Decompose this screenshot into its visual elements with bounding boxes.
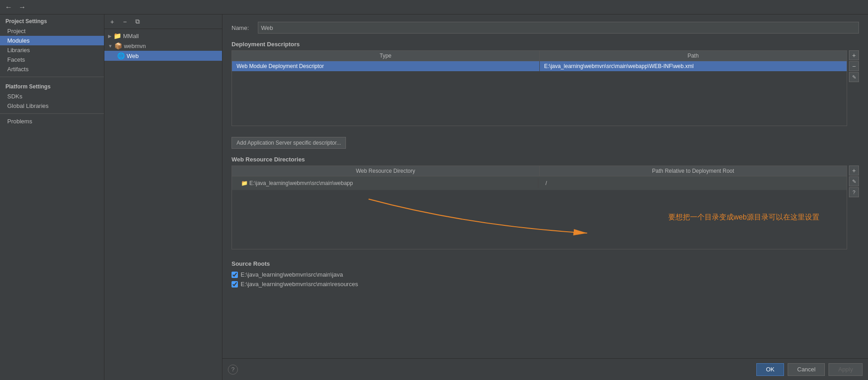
wrd-edit-btn[interactable]: ✎ bbox=[849, 176, 859, 186]
back-button[interactable]: ← bbox=[4, 2, 14, 12]
wrd-cell-path-0: / bbox=[541, 178, 843, 188]
deployment-descriptors-section: Type Path Web Module Deployment Descript… bbox=[232, 50, 859, 131]
tree-label-web: Web bbox=[127, 53, 139, 59]
dd-empty-space bbox=[232, 71, 847, 126]
wrd-help-btn[interactable]: ? bbox=[849, 187, 859, 197]
module-icon-webmvn: 📦 bbox=[114, 42, 122, 49]
dd-add-btn[interactable]: + bbox=[849, 50, 859, 60]
sidebar-divider-1 bbox=[0, 77, 104, 77]
wrd-add-btn[interactable]: + bbox=[849, 166, 859, 175]
ok-button[interactable]: OK bbox=[756, 363, 784, 376]
tree-item-webmvn[interactable]: ▼ 📦 webmvn bbox=[104, 41, 222, 51]
source-root-label-1: E:\java_learning\webmvn\src\main\resourc… bbox=[241, 281, 358, 287]
source-root-checkbox-1[interactable] bbox=[232, 281, 238, 287]
content-area: Name: Deployment Descriptors Type Path W… bbox=[222, 15, 868, 380]
folder-icon-mmall: 📁 bbox=[113, 32, 121, 39]
tree-label-webmvn: webmvn bbox=[124, 43, 146, 49]
dd-remove-btn[interactable]: − bbox=[849, 61, 859, 71]
wrd-col-dir: Web Resource Directory bbox=[232, 166, 540, 176]
sidebar-item-global-libraries[interactable]: Global Libraries bbox=[0, 101, 104, 111]
help-button[interactable]: ? bbox=[228, 365, 238, 375]
source-root-label-0: E:\java_learning\webmvn\src\main\java bbox=[241, 271, 343, 278]
cancel-button[interactable]: Cancel bbox=[788, 363, 825, 376]
bottom-left: ? bbox=[228, 365, 238, 375]
wrd-table-header: Web Resource Directory Path Relative to … bbox=[232, 166, 847, 176]
tree-arrow-mmall: ▶ bbox=[108, 34, 112, 39]
dd-cell-path-0: E:\java_learning\webmvn\src\main\webapp\… bbox=[540, 61, 847, 71]
source-root-row-1: E:\java_learning\webmvn\src\main\resourc… bbox=[232, 279, 859, 289]
sidebar-divider-2 bbox=[0, 113, 104, 114]
dd-table: Type Path Web Module Deployment Descript… bbox=[232, 50, 847, 126]
dd-col-path: Path bbox=[540, 51, 847, 61]
name-row: Name: bbox=[232, 22, 859, 34]
wrd-dir-label: E:\java_learning\webmvn\src\main\webapp bbox=[249, 180, 353, 186]
main-layout: Project Settings Project Modules Librari… bbox=[0, 15, 868, 380]
sidebar-item-problems[interactable]: Problems bbox=[0, 117, 104, 126]
tree-item-web[interactable]: 🌐 Web bbox=[104, 51, 222, 61]
web-resource-directories-title: Web Resource Directories bbox=[232, 156, 859, 163]
wrd-cell-dir-0: 📁 E:\java_learning\webmvn\src\main\webap… bbox=[237, 178, 538, 188]
wrd-table: Web Resource Directory Path Relative to … bbox=[232, 166, 847, 249]
dd-edit-btn[interactable]: ✎ bbox=[849, 72, 859, 82]
sidebar-item-artifacts[interactable]: Artifacts bbox=[0, 64, 104, 74]
sidebar-item-project[interactable]: Project bbox=[0, 26, 104, 36]
tree-content: ▶ 📁 MMall ▼ 📦 webmvn 🌐 Web bbox=[104, 29, 222, 380]
wrd-section: Web Resource Directory Path Relative to … bbox=[232, 166, 859, 254]
source-root-checkbox-0[interactable] bbox=[232, 272, 238, 278]
sidebar: Project Settings Project Modules Librari… bbox=[0, 15, 104, 380]
tree-remove-button[interactable]: − bbox=[120, 17, 130, 27]
tree-copy-button[interactable]: ⧉ bbox=[133, 17, 143, 27]
forward-button[interactable]: → bbox=[17, 2, 27, 12]
tree-label-mmall: MMall bbox=[123, 33, 139, 39]
dd-col-type: Type bbox=[232, 51, 540, 61]
platform-settings-title: Platform Settings bbox=[0, 80, 104, 92]
tree-panel: + − ⧉ ▶ 📁 MMall ▼ 📦 webmvn 🌐 Web bbox=[104, 15, 222, 380]
apply-button[interactable]: Apply bbox=[829, 363, 863, 376]
tree-item-mmall[interactable]: ▶ 📁 MMall bbox=[104, 31, 222, 41]
tree-arrow-webmvn: ▼ bbox=[108, 44, 113, 49]
wrd-col-path: Path Relative to Deployment Root bbox=[540, 166, 847, 176]
project-settings-title: Project Settings bbox=[0, 15, 104, 26]
sidebar-item-libraries[interactable]: Libraries bbox=[0, 45, 104, 55]
sidebar-item-modules[interactable]: Modules bbox=[0, 36, 104, 45]
wrd-row-0[interactable]: 📁 E:\java_learning\webmvn\src\main\webap… bbox=[232, 176, 847, 190]
tree-add-button[interactable]: + bbox=[107, 17, 117, 27]
dd-side-buttons: + − ✎ bbox=[849, 50, 859, 131]
add-descriptor-button[interactable]: Add Application Server specific descript… bbox=[232, 137, 346, 149]
source-roots-section: Source Roots E:\java_learning\webmvn\src… bbox=[232, 260, 859, 289]
tree-toolbar: + − ⧉ bbox=[104, 15, 222, 29]
sidebar-item-facets[interactable]: Facets bbox=[0, 55, 104, 64]
source-root-row-0: E:\java_learning\webmvn\src\main\java bbox=[232, 270, 859, 279]
web-icon: 🌐 bbox=[117, 52, 125, 59]
sidebar-item-sdks[interactable]: SDKs bbox=[0, 92, 104, 101]
bottom-right: OK Cancel Apply bbox=[756, 363, 863, 376]
content-inner: Name: Deployment Descriptors Type Path W… bbox=[222, 15, 868, 358]
annotation-text: 要想把一个目录变成web源目录可以在这里设置 bbox=[668, 213, 819, 222]
wrd-side-buttons: + ✎ ? bbox=[849, 166, 859, 254]
wrd-table-wrapper: Web Resource Directory Path Relative to … bbox=[232, 166, 847, 254]
deployment-descriptors-title: Deployment Descriptors bbox=[232, 41, 859, 48]
bottom-bar: ? OK Cancel Apply bbox=[222, 358, 868, 380]
source-roots-title: Source Roots bbox=[232, 260, 859, 267]
wr-folder-icon: 📁 bbox=[241, 180, 248, 186]
annotation-area: 要想把一个目录变成web源目录可以在这里设置 bbox=[232, 190, 847, 249]
name-input[interactable] bbox=[258, 22, 859, 34]
dd-table-wrapper: Type Path Web Module Deployment Descript… bbox=[232, 50, 847, 131]
name-label: Name: bbox=[232, 24, 254, 31]
dd-cell-type-0: Web Module Deployment Descriptor bbox=[232, 61, 540, 71]
main-toolbar: ← → bbox=[0, 0, 868, 15]
dd-row-0[interactable]: Web Module Deployment Descriptor E:\java… bbox=[232, 61, 847, 71]
dd-table-header: Type Path bbox=[232, 51, 847, 61]
